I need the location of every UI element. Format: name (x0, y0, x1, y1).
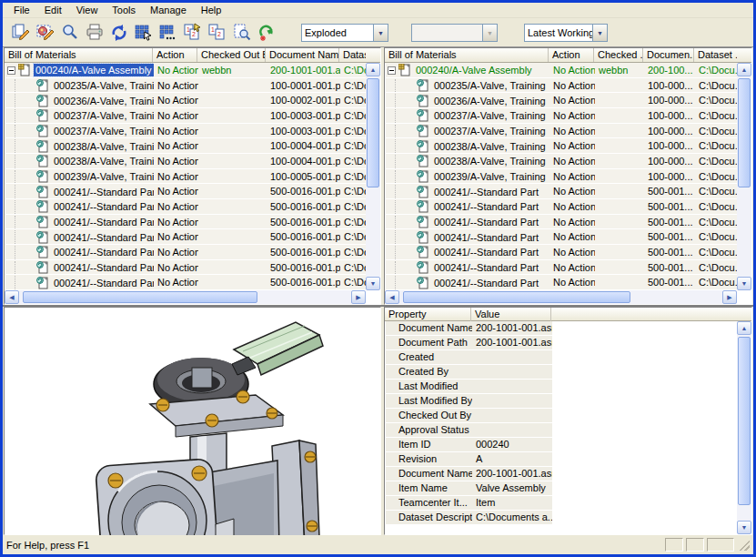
property-row[interactable]: RevisionA (386, 452, 737, 467)
bom-row[interactable]: 000241/--Standard PartNo Action500-0016-… (5, 275, 366, 290)
collapse-expander-icon[interactable] (388, 66, 396, 75)
item-label[interactable]: 000236/A-Valve, Training (52, 95, 154, 107)
horizontal-scrollbar[interactable]: ◀ ▶ (385, 290, 737, 304)
chevron-down-icon[interactable]: ▼ (373, 25, 388, 41)
bom-row[interactable]: 000241/--Standard PartNo Action500-001..… (386, 260, 737, 276)
bom-row[interactable]: 000237/A-Valve, TrainingNo Action100-000… (386, 124, 737, 139)
update-icon[interactable] (254, 21, 278, 45)
column-header-checked[interactable]: Checked ... (594, 48, 643, 62)
bom-row[interactable]: 000241/--Standard PartNo Action500-0016-… (5, 245, 366, 260)
scroll-up-icon[interactable]: ▲ (737, 63, 751, 76)
item-label[interactable]: 000238/A-Valve, Training (432, 140, 548, 153)
copy-pages-cursor-icon[interactable]: 12 (180, 21, 205, 45)
item-label[interactable]: 000235/A-Valve, Training (52, 79, 154, 92)
bom-row[interactable]: 000237/A-Valve, TrainingNo Action100-000… (5, 124, 366, 139)
bom-row[interactable]: 000240/A-Valve AssemblyNo Actionwebbn200… (5, 63, 366, 78)
property-row[interactable]: Last Modified By (386, 394, 737, 409)
item-label[interactable]: 000241/--Standard Part (52, 246, 154, 258)
vertical-scrollbar[interactable]: ▲ ▼ (737, 321, 751, 534)
property-row[interactable]: Document Name200-1001-001.asm (386, 467, 737, 481)
bom-row[interactable]: 000235/A-Valve, TrainingNo Action100-000… (5, 78, 366, 94)
item-label[interactable]: 000241/--Standard Part (432, 216, 540, 228)
grid-cursor-icon[interactable] (131, 21, 156, 45)
refresh-icon[interactable] (106, 21, 131, 45)
scroll-right-icon[interactable]: ▶ (351, 290, 366, 304)
column-header-action[interactable]: Action (153, 48, 197, 62)
menu-item-file[interactable]: File (6, 4, 37, 17)
horizontal-scrollbar[interactable]: ◀ ▶ (5, 290, 366, 304)
bom-row[interactable]: 000238/A-Valve, TrainingNo Action100-000… (386, 154, 737, 169)
property-row[interactable]: Document Path200-1001-001.asm/ (386, 336, 737, 350)
scroll-down-icon[interactable]: ▼ (366, 277, 380, 290)
column-header-bill-of-materials[interactable]: Bill of Materials (5, 48, 153, 62)
scroll-up-icon[interactable]: ▲ (366, 63, 380, 76)
property-row[interactable]: Item ID000240 (386, 438, 737, 452)
chevron-down-icon[interactable]: ▼ (592, 25, 607, 41)
bom-row[interactable]: 000239/A-Valve, TrainingNo Action100-000… (5, 169, 366, 185)
bom-row[interactable]: 000237/A-Valve, TrainingNo Action100-000… (386, 108, 737, 124)
item-label[interactable]: 000240/A-Valve Assembly (34, 64, 154, 76)
item-label[interactable]: 000237/A-Valve, Training (432, 109, 548, 122)
item-label[interactable]: 000241/--Standard Part (52, 216, 154, 228)
viewer-markup-icon[interactable] (33, 21, 57, 45)
property-row[interactable]: Document Name200-1001-001.asm (386, 321, 737, 336)
property-row[interactable]: Created By (386, 365, 737, 380)
item-label[interactable]: 000241/--Standard Part (52, 261, 154, 274)
compare-pages-icon[interactable]: 12 (205, 21, 229, 45)
bom-row[interactable]: 000241/--Standard PartNo Action500-0016-… (5, 199, 366, 215)
item-label[interactable]: 000241/--Standard Part (432, 186, 540, 198)
collapse-expander-icon[interactable] (7, 66, 15, 75)
bom-row[interactable]: 000241/--Standard PartNo Action500-0016-… (5, 215, 366, 230)
bom-row[interactable]: 000237/A-Valve, TrainingNo Action100-000… (5, 108, 366, 124)
view-mode-dropdown[interactable]: Exploded ▼ (301, 24, 388, 42)
property-row[interactable]: Created (386, 350, 737, 365)
bom-row[interactable]: 000238/A-Valve, TrainingNo Action100-000… (5, 138, 366, 154)
bom-row[interactable]: 000238/A-Valve, TrainingNo Action100-000… (5, 154, 366, 169)
item-label[interactable]: 000239/A-Valve, Training (432, 170, 548, 183)
bom-row[interactable]: 000238/A-Valve, TrainingNo Action100-000… (386, 138, 737, 154)
vertical-scrollbar[interactable]: ▲ ▼ (366, 63, 380, 290)
scrollbar-thumb[interactable] (738, 337, 751, 505)
scroll-down-icon[interactable]: ▼ (737, 277, 751, 290)
item-label[interactable]: 000236/A-Valve, Training (432, 95, 548, 107)
bom-row[interactable]: 000241/--Standard PartNo Action500-001..… (386, 184, 737, 199)
scrollbar-thumb[interactable] (738, 78, 751, 187)
property-row[interactable]: Item NameValve Assembly (386, 481, 737, 496)
item-label[interactable]: 000239/A-Valve, Training (52, 170, 154, 183)
bom-row[interactable]: 000239/A-Valve, TrainingNo Action100-000… (386, 169, 737, 185)
column-header-property[interactable]: Property (385, 308, 471, 321)
item-label[interactable]: 000235/A-Valve, Training (432, 79, 548, 92)
column-header-checked-out-by[interactable]: Checked Out By (197, 48, 266, 62)
bom-row[interactable]: 000241/--Standard PartNo Action500-001..… (386, 245, 737, 260)
item-label[interactable]: 000237/A-Valve, Training (52, 109, 154, 122)
item-label[interactable]: 000241/--Standard Part (432, 261, 540, 274)
column-header-dataset[interactable]: Dataset . (694, 48, 737, 62)
print-icon[interactable] (82, 21, 106, 45)
item-label[interactable]: 000238/A-Valve, Training (432, 155, 548, 167)
menu-item-edit[interactable]: Edit (37, 4, 69, 17)
item-label[interactable]: 000241/--Standard Part (432, 277, 540, 289)
bom-row[interactable]: 000241/--Standard PartNo Action500-0016-… (5, 184, 366, 199)
item-label[interactable]: 000241/--Standard Part (52, 200, 154, 213)
revision-rule-dropdown[interactable]: Latest Working ▼ (524, 24, 608, 42)
item-label[interactable]: 000241/--Standard Part (52, 277, 154, 289)
column-header-documen[interactable]: Documen... (643, 48, 694, 62)
search-icon[interactable] (57, 21, 82, 45)
scroll-up-icon[interactable]: ▲ (737, 321, 751, 335)
menu-item-view[interactable]: View (69, 4, 106, 17)
bom-row[interactable]: 000241/--Standard PartNo Action500-001..… (386, 275, 737, 290)
item-label[interactable]: 000241/--Standard Part (52, 231, 154, 244)
property-row[interactable]: Teamcenter It...Item (386, 496, 737, 511)
item-label[interactable]: 000237/A-Valve, Training (52, 125, 154, 137)
item-label[interactable]: 000240/A-Valve Assembly (414, 64, 534, 76)
scroll-down-icon[interactable]: ▼ (737, 521, 751, 534)
bom-row[interactable]: 000236/A-Valve, TrainingNo Action100-000… (386, 93, 737, 108)
scrollbar-thumb[interactable] (367, 78, 379, 187)
item-label[interactable]: 000241/--Standard Part (52, 186, 154, 198)
page-preview-icon[interactable] (229, 21, 254, 45)
property-row[interactable]: Dataset DescriptionC:\Documents a... (386, 511, 737, 525)
item-label[interactable]: 000237/A-Valve, Training (432, 125, 548, 137)
bom-row[interactable]: 000240/A-Valve AssemblyNo Actionwebbn200… (386, 63, 737, 78)
3d-viewer-pane[interactable] (4, 307, 381, 535)
column-header-dataset-de[interactable]: Dataset De (339, 48, 366, 62)
